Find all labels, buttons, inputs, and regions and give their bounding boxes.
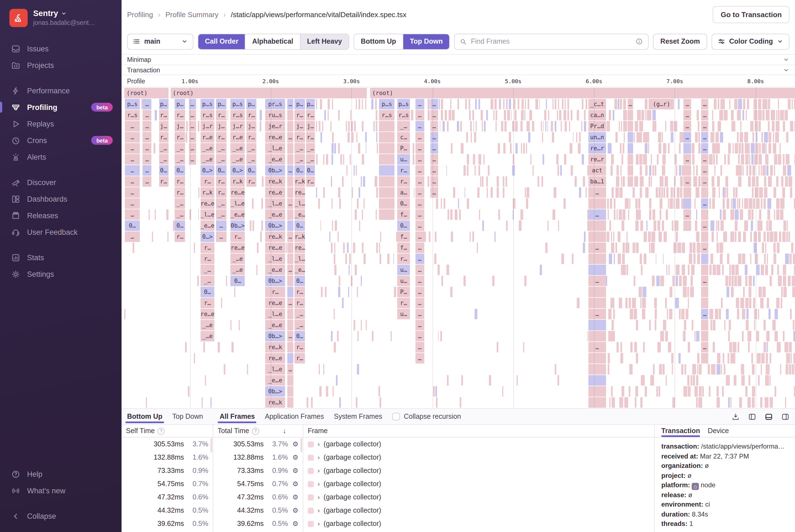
flame-frame[interactable]: …	[415, 265, 424, 275]
flame-frame[interactable]	[756, 198, 760, 209]
flame-frame[interactable]	[669, 198, 673, 209]
flame-frame[interactable]	[323, 154, 324, 165]
flame-frame[interactable]	[622, 221, 624, 231]
flame-frame[interactable]	[378, 386, 380, 397]
flame-frame[interactable]	[717, 353, 720, 363]
flame-frame[interactable]	[696, 187, 699, 198]
flame-frame[interactable]	[622, 243, 625, 253]
flame-frame[interactable]	[453, 187, 455, 198]
flame-frame[interactable]	[632, 298, 636, 308]
flame-frame[interactable]	[611, 154, 614, 165]
flame-frame[interactable]	[330, 176, 332, 187]
flame-frame[interactable]	[651, 231, 655, 242]
flame-frame[interactable]	[523, 143, 525, 154]
flame-frame[interactable]	[663, 187, 665, 198]
flame-frame[interactable]: r…	[201, 243, 215, 253]
expand-chevron-icon[interactable]: ›	[318, 454, 320, 461]
flame-frame[interactable]: …	[430, 176, 438, 187]
flame-frame[interactable]	[753, 198, 755, 209]
flame-frame[interactable]	[655, 165, 656, 176]
flame-frame[interactable]	[730, 397, 732, 408]
flame-frame[interactable]	[749, 375, 750, 386]
flame-frame[interactable]: r…	[159, 110, 168, 120]
flame-frame[interactable]	[741, 364, 744, 375]
flame-frame[interactable]	[447, 121, 449, 132]
flame-frame[interactable]: _l…e	[265, 198, 285, 209]
flame-frame[interactable]: re…r	[588, 143, 606, 154]
flame-frame[interactable]	[287, 397, 294, 408]
flame-frame[interactable]	[665, 121, 666, 132]
flame-frame[interactable]	[375, 99, 377, 109]
flame-frame[interactable]	[588, 287, 606, 297]
flame-frame[interactable]	[758, 375, 760, 386]
flame-frame[interactable]: r…s	[231, 110, 245, 120]
flame-frame[interactable]	[699, 364, 702, 375]
flame-frame[interactable]	[765, 99, 768, 109]
flame-frame[interactable]: …	[588, 276, 606, 286]
flame-frame[interactable]	[287, 353, 294, 363]
flame-frame[interactable]: …	[684, 110, 691, 120]
flame-frame[interactable]	[712, 176, 714, 187]
flame-frame[interactable]	[396, 231, 397, 242]
flame-frame[interactable]	[627, 121, 633, 132]
flame-frame[interactable]	[365, 99, 366, 109]
flame-frame[interactable]: _…	[295, 320, 305, 330]
flame-frame[interactable]: 0…	[175, 165, 185, 176]
flame-frame[interactable]	[627, 110, 633, 120]
flame-frame[interactable]: …	[684, 154, 691, 165]
flame-frame[interactable]	[723, 198, 725, 209]
flame-frame[interactable]	[656, 386, 658, 397]
flame-frame[interactable]	[411, 110, 413, 120]
flame-frame[interactable]	[357, 287, 358, 297]
flame-frame[interactable]	[748, 176, 751, 187]
flame-frame[interactable]	[413, 143, 415, 154]
flame-frame[interactable]: r…	[201, 176, 215, 187]
flame-frame[interactable]	[713, 154, 715, 165]
flame-frame[interactable]	[642, 110, 644, 120]
flame-frame[interactable]	[635, 121, 638, 132]
flame-frame[interactable]	[530, 154, 532, 165]
flame-frame[interactable]	[740, 121, 741, 132]
flame-frame[interactable]	[787, 221, 788, 231]
flame-frame[interactable]	[318, 198, 320, 209]
flame-frame[interactable]	[637, 132, 640, 142]
details-tab-device[interactable]: Device	[708, 425, 729, 437]
flame-frame[interactable]: …	[143, 110, 152, 120]
flame-frame[interactable]	[759, 121, 761, 132]
flame-frame[interactable]	[520, 121, 523, 132]
flame-frame[interactable]	[141, 99, 143, 109]
flame-frame[interactable]: …	[415, 287, 424, 297]
flame-frame[interactable]: 0…	[175, 221, 185, 231]
flame-frame[interactable]	[750, 253, 751, 264]
flame-frame[interactable]: r…s	[125, 110, 139, 120]
flame-frame[interactable]: ru…s	[265, 110, 285, 120]
flame-frame[interactable]	[781, 287, 783, 297]
flame-frame[interactable]	[742, 198, 743, 209]
flame-frame[interactable]	[701, 287, 708, 297]
flame-frame[interactable]: 0…	[231, 276, 245, 286]
flame-frame[interactable]: 0…	[306, 165, 315, 176]
flame-frame[interactable]	[558, 221, 559, 231]
sidebar-item-what-s-new[interactable]: What's new	[0, 482, 121, 499]
flame-frame[interactable]	[719, 243, 723, 253]
flame-frame[interactable]	[681, 309, 684, 319]
flame-frame[interactable]	[588, 397, 606, 408]
flame-frame[interactable]	[770, 276, 772, 286]
flame-frame[interactable]	[656, 276, 659, 286]
flame-frame[interactable]: _l…e	[265, 309, 285, 319]
flame-frame[interactable]	[754, 320, 756, 330]
flame-frame[interactable]	[610, 397, 611, 408]
flame-frame[interactable]	[493, 110, 494, 120]
flame-frame[interactable]	[287, 243, 294, 253]
flame-frame[interactable]	[641, 375, 645, 386]
flame-frame[interactable]	[342, 176, 344, 187]
flame-frame[interactable]	[662, 132, 663, 142]
flame-frame[interactable]: u…	[397, 276, 410, 286]
flame-frame[interactable]	[376, 209, 377, 220]
flame-frame[interactable]: p…s	[379, 99, 395, 109]
flame-frame[interactable]	[669, 309, 673, 319]
flame-frame[interactable]	[527, 187, 529, 198]
table-row-frame[interactable]: ›(garbage collector)	[303, 517, 654, 530]
flame-frame[interactable]: …	[125, 121, 139, 132]
breadcrumb-item[interactable]: Profile Summary	[166, 10, 219, 19]
